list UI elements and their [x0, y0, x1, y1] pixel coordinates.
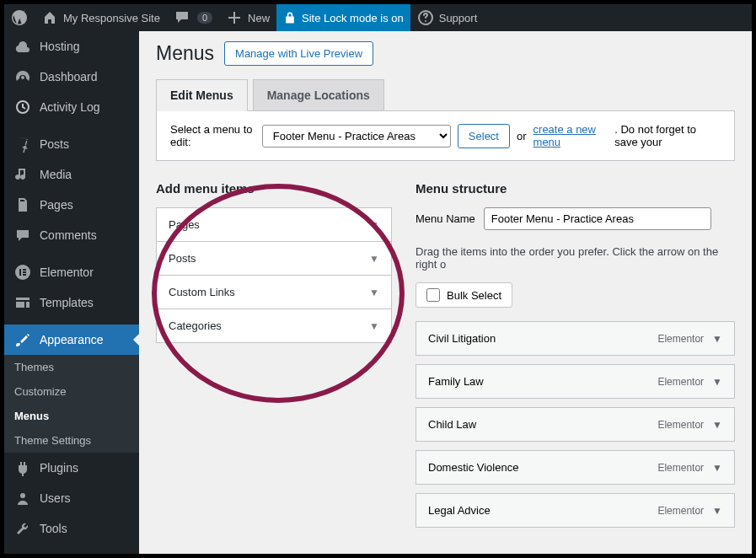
- site-lock-link[interactable]: Site Lock mode is on: [276, 4, 410, 31]
- menu-item[interactable]: Domestic ViolenceElementor▼: [416, 450, 735, 485]
- sidebar-sub-themes[interactable]: Themes: [4, 355, 139, 379]
- menu-item-title: Civil Litigation: [428, 332, 496, 345]
- sidebar-sub-customize[interactable]: Customize: [4, 379, 139, 404]
- sidebar-label: Posts: [40, 137, 69, 151]
- comments-count: 0: [197, 12, 212, 24]
- menu-item-type: Elementor: [657, 505, 704, 517]
- chevron-down-icon: ▼: [369, 219, 379, 231]
- sidebar-sub-menus[interactable]: Menus: [4, 404, 139, 428]
- svg-rect-6: [23, 271, 26, 273]
- sidebar-item-tools[interactable]: Tools: [4, 513, 139, 544]
- live-preview-button[interactable]: Manage with Live Preview: [224, 41, 373, 66]
- menu-item-title: Domestic Violence: [428, 461, 518, 474]
- sidebar-item-comments[interactable]: Comments: [4, 220, 139, 250]
- sidebar-item-elementor[interactable]: Elementor: [4, 257, 139, 287]
- site-name: My Responsive Site: [63, 12, 160, 24]
- elementor-icon: [14, 264, 31, 281]
- accordion-posts[interactable]: Posts▼: [157, 242, 391, 276]
- chevron-down-icon: ▼: [369, 287, 379, 298]
- accordion-categories[interactable]: Categories▼: [157, 309, 391, 342]
- comments-icon: [14, 227, 31, 244]
- svg-point-8: [20, 493, 25, 498]
- drag-help-text: Drag the items into the order you prefer…: [416, 245, 735, 271]
- accordion-pages[interactable]: Pages▼: [157, 208, 391, 242]
- content-area: Menus Manage with Live Preview Edit Menu…: [139, 31, 752, 554]
- wp-logo[interactable]: [4, 4, 35, 31]
- sidebar-item-users[interactable]: Users: [4, 483, 139, 513]
- sidebar-item-pages[interactable]: Pages: [4, 190, 139, 220]
- chevron-down-icon: ▼: [712, 376, 722, 388]
- sidebar-label: Activity Log: [40, 100, 100, 114]
- select-button[interactable]: Select: [458, 124, 510, 148]
- sidebar-item-hosting[interactable]: Hosting: [4, 31, 139, 62]
- wordpress-icon: [11, 9, 28, 26]
- bulk-checkbox[interactable]: [426, 288, 440, 302]
- wrench-icon: [14, 520, 31, 537]
- comments-link[interactable]: 0: [167, 4, 219, 31]
- comment-icon: [174, 9, 190, 26]
- user-icon: [14, 490, 31, 507]
- menu-item-title: Family Law: [428, 375, 484, 388]
- chevron-down-icon: ▼: [712, 419, 722, 431]
- create-menu-link[interactable]: create a new menu: [533, 123, 609, 148]
- accordion-label: Categories: [169, 319, 222, 332]
- suffix-text: . Do not forget to save your: [614, 123, 721, 148]
- or-text: or: [517, 130, 527, 142]
- svg-rect-4: [19, 269, 21, 276]
- sidebar-label: Comments: [40, 228, 97, 242]
- chevron-down-icon: ▼: [369, 320, 379, 332]
- sidebar-item-activity[interactable]: Activity Log: [4, 92, 139, 122]
- sidebar-label: Users: [40, 491, 71, 505]
- accordion-label: Pages: [169, 218, 200, 231]
- sidebar-item-dashboard[interactable]: Dashboard: [4, 62, 139, 92]
- menu-name-input[interactable]: [484, 207, 711, 230]
- sidebar-label: Templates: [40, 296, 94, 309]
- tab-manage-locations[interactable]: Manage Locations: [253, 79, 384, 110]
- menu-item-title: Child Law: [428, 418, 476, 431]
- home-icon: [41, 9, 58, 26]
- menu-select[interactable]: Footer Menu - Practice Areas: [262, 125, 451, 148]
- pages-icon: [14, 196, 31, 213]
- site-name-link[interactable]: My Responsive Site: [35, 4, 167, 31]
- sidebar-item-posts[interactable]: Posts: [4, 129, 139, 159]
- sidebar-item-templates[interactable]: Templates: [4, 287, 139, 318]
- svg-rect-5: [23, 269, 26, 271]
- menu-item[interactable]: Family LawElementor▼: [416, 364, 735, 399]
- templates-icon: [14, 294, 31, 311]
- menu-item[interactable]: Legal AdviceElementor▼: [416, 493, 735, 528]
- sidebar-submenu-appearance: Themes Customize Menus Theme Settings: [4, 355, 139, 453]
- accordion: Pages▼ Posts▼ Custom Links▼ Categories▼: [156, 207, 392, 343]
- support-link[interactable]: Support: [410, 4, 485, 31]
- sidebar-label: Dashboard: [40, 70, 98, 83]
- sidebar-item-appearance[interactable]: Appearance: [4, 325, 139, 355]
- add-items-heading: Add menu items: [156, 181, 392, 196]
- sidebar-item-media[interactable]: Media: [4, 159, 139, 190]
- page-title: Menus: [156, 42, 214, 65]
- menu-item[interactable]: Child LawElementor▼: [416, 407, 735, 442]
- admin-sidebar: Hosting Dashboard Activity Log Posts Med…: [4, 31, 139, 554]
- sidebar-item-plugins[interactable]: Plugins: [4, 453, 139, 483]
- select-label: Select a menu to edit:: [170, 123, 255, 148]
- accordion-custom-links[interactable]: Custom Links▼: [157, 276, 391, 309]
- bulk-label: Bulk Select: [447, 289, 501, 302]
- chevron-down-icon: ▼: [369, 253, 379, 265]
- gauge-icon: [14, 68, 31, 85]
- svg-point-1: [425, 20, 426, 22]
- bulk-select[interactable]: Bulk Select: [416, 282, 512, 308]
- support-label: Support: [439, 12, 478, 24]
- lock-icon: [283, 11, 297, 24]
- tabs: Edit Menus Manage Locations: [156, 79, 735, 111]
- sidebar-sub-theme-settings[interactable]: Theme Settings: [4, 428, 139, 453]
- sidebar-label: Tools: [40, 522, 67, 535]
- menu-item-title: Legal Advice: [428, 504, 491, 517]
- menu-name-label: Menu Name: [416, 212, 475, 225]
- accordion-label: Custom Links: [169, 286, 235, 298]
- admin-bar: My Responsive Site 0 New Site Lock mode …: [4, 4, 752, 31]
- plugin-icon: [14, 459, 31, 476]
- chevron-down-icon: ▼: [712, 462, 722, 474]
- sidebar-label: Hosting: [40, 40, 79, 53]
- menu-item[interactable]: Civil LitigationElementor▼: [416, 321, 735, 356]
- new-link[interactable]: New: [219, 4, 276, 31]
- menu-select-bar: Select a menu to edit: Footer Menu - Pra…: [156, 110, 735, 161]
- tab-edit-menus[interactable]: Edit Menus: [156, 79, 248, 111]
